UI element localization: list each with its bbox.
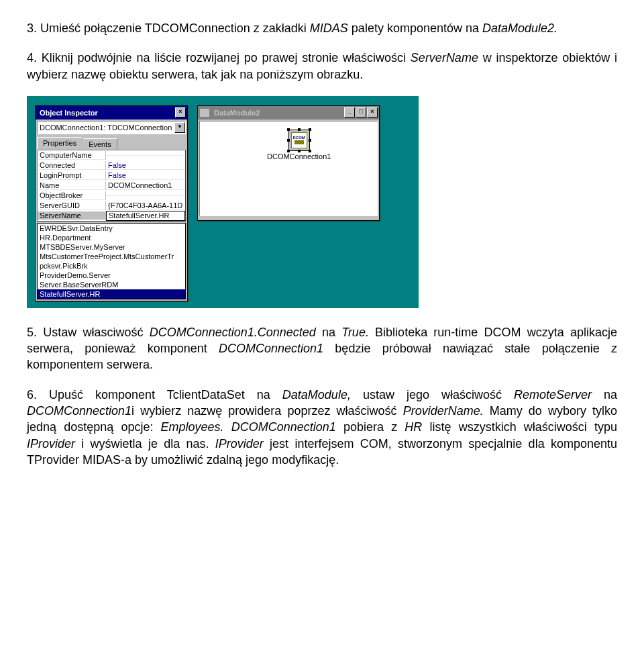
datamodule-canvas[interactable]: DCOM DCOMConnection1: [199, 121, 378, 216]
servername-dropdown[interactable]: EWRDESvr.DataEntry HR.Department MTSBDES…: [37, 223, 186, 299]
close-icon[interactable]: ×: [367, 107, 378, 117]
inspector-tabs: Properties Events: [37, 137, 186, 150]
dcom-icon[interactable]: DCOM: [288, 130, 310, 151]
chevron-down-icon[interactable]: ▼: [174, 122, 185, 133]
datamodule-window: DataModule2 _ □ × DCOM DCOMConnection1: [197, 105, 380, 221]
list-number: 4.: [27, 51, 42, 64]
property-grid[interactable]: ComputerName ConnectedFalse LoginPromptF…: [37, 150, 186, 222]
prop-row[interactable]: NameDCOMConnection1: [38, 181, 185, 191]
prop-row[interactable]: LoginPromptFalse: [38, 171, 185, 181]
close-icon[interactable]: ×: [175, 107, 186, 117]
list-number: 3.: [27, 21, 40, 35]
object-inspector-window: Object Inspector × DCOMConnection1: TDCO…: [35, 105, 188, 301]
minimize-icon[interactable]: _: [344, 107, 355, 117]
prop-row[interactable]: ObjectBroker: [38, 191, 185, 201]
tab-properties[interactable]: Properties: [37, 137, 83, 150]
dcomconnection-component[interactable]: DCOM DCOMConnection1: [267, 130, 331, 160]
component-label: DCOMConnection1: [267, 152, 331, 160]
dropdown-item[interactable]: ProviderDemo.Server: [38, 271, 185, 280]
paragraph-4: 4. Kliknij podwójnie na liście rozwijane…: [27, 50, 617, 83]
paragraph-5: 5. Ustaw własciwość DCOMConnection1.Conn…: [27, 324, 617, 373]
inspector-title: Object Inspector: [37, 109, 174, 117]
prop-row[interactable]: ServerGUID{F70C4F03-AA6A-11D: [38, 201, 185, 211]
paragraph-3: 3. Umieść połączenie TDCOMConnection z z…: [27, 20, 617, 36]
paragraph-6: 6. Upuść komponent TclientDataSet na Dat…: [27, 387, 617, 468]
dropdown-item[interactable]: EWRDESvr.DataEntry: [38, 224, 185, 233]
prop-row[interactable]: ConnectedFalse: [38, 160, 185, 171]
dropdown-item[interactable]: Server.BaseServerRDM: [38, 280, 185, 289]
datamodule-titlebar[interactable]: DataModule2 _ □ ×: [198, 106, 379, 119]
app-icon: [199, 108, 210, 117]
list-number: 5.: [27, 326, 43, 339]
dropdown-item[interactable]: MtsCustomerTreeProject.MtsCustomerTr: [38, 252, 185, 261]
datamodule-title: DataModule2: [211, 109, 343, 117]
delphi-screenshot: Object Inspector × DCOMConnection1: TDCO…: [27, 96, 419, 308]
prop-row[interactable]: ComputerName: [38, 150, 185, 160]
dropdown-item[interactable]: pcksvr.PickBrk: [38, 261, 185, 271]
component-selector[interactable]: DCOMConnection1: TDCOMConnection ▼: [37, 121, 186, 134]
dropdown-item[interactable]: HR.Department: [38, 233, 185, 242]
dropdown-item[interactable]: MTSBDEServer.MyServer: [38, 242, 185, 252]
dropdown-item-selected[interactable]: StatefullServer.HR: [38, 289, 185, 299]
tab-events[interactable]: Events: [83, 138, 117, 150]
inspector-titlebar[interactable]: Object Inspector ×: [36, 106, 187, 119]
prop-row-servername[interactable]: ServerNameStatefullServer.HR: [38, 211, 185, 221]
maximize-icon[interactable]: □: [356, 107, 366, 117]
list-number: 6.: [27, 388, 49, 401]
